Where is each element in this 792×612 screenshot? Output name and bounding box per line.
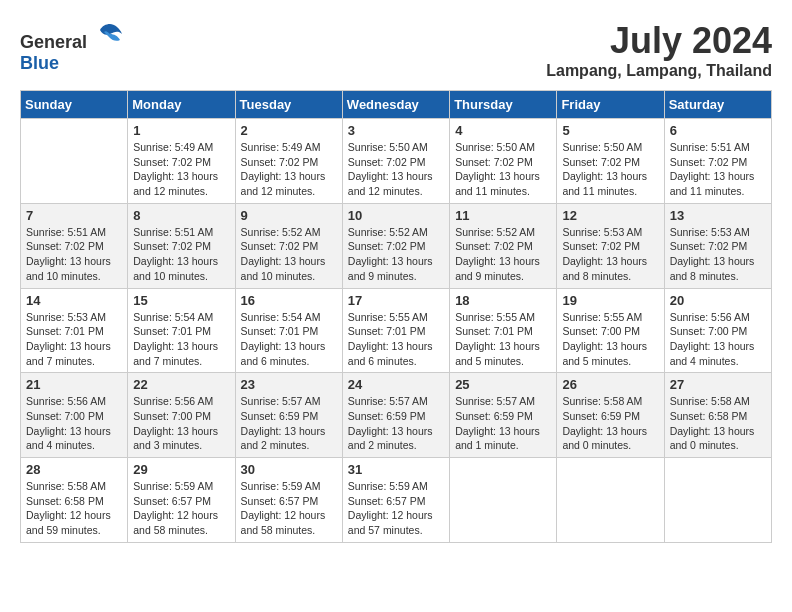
header-monday: Monday (128, 91, 235, 119)
calendar-week-3: 14Sunrise: 5:53 AMSunset: 7:01 PMDayligh… (21, 288, 772, 373)
calendar-week-2: 7Sunrise: 5:51 AMSunset: 7:02 PMDaylight… (21, 203, 772, 288)
table-row: 20Sunrise: 5:56 AMSunset: 7:00 PMDayligh… (664, 288, 771, 373)
table-row: 16Sunrise: 5:54 AMSunset: 7:01 PMDayligh… (235, 288, 342, 373)
day-info: Sunrise: 5:57 AMSunset: 6:59 PMDaylight:… (348, 394, 444, 453)
day-info: Sunrise: 5:59 AMSunset: 6:57 PMDaylight:… (133, 479, 229, 538)
day-info: Sunrise: 5:50 AMSunset: 7:02 PMDaylight:… (348, 140, 444, 199)
table-row: 23Sunrise: 5:57 AMSunset: 6:59 PMDayligh… (235, 373, 342, 458)
table-row: 10Sunrise: 5:52 AMSunset: 7:02 PMDayligh… (342, 203, 449, 288)
day-info: Sunrise: 5:52 AMSunset: 7:02 PMDaylight:… (241, 225, 337, 284)
day-number: 28 (26, 462, 122, 477)
table-row: 11Sunrise: 5:52 AMSunset: 7:02 PMDayligh… (450, 203, 557, 288)
day-info: Sunrise: 5:50 AMSunset: 7:02 PMDaylight:… (562, 140, 658, 199)
day-number: 10 (348, 208, 444, 223)
day-info: Sunrise: 5:57 AMSunset: 6:59 PMDaylight:… (455, 394, 551, 453)
table-row: 6Sunrise: 5:51 AMSunset: 7:02 PMDaylight… (664, 119, 771, 204)
logo: General Blue (20, 20, 124, 74)
day-number: 27 (670, 377, 766, 392)
table-row: 9Sunrise: 5:52 AMSunset: 7:02 PMDaylight… (235, 203, 342, 288)
day-info: Sunrise: 5:53 AMSunset: 7:01 PMDaylight:… (26, 310, 122, 369)
day-number: 4 (455, 123, 551, 138)
table-row: 24Sunrise: 5:57 AMSunset: 6:59 PMDayligh… (342, 373, 449, 458)
day-info: Sunrise: 5:57 AMSunset: 6:59 PMDaylight:… (241, 394, 337, 453)
table-row: 5Sunrise: 5:50 AMSunset: 7:02 PMDaylight… (557, 119, 664, 204)
calendar-week-5: 28Sunrise: 5:58 AMSunset: 6:58 PMDayligh… (21, 458, 772, 543)
day-info: Sunrise: 5:52 AMSunset: 7:02 PMDaylight:… (348, 225, 444, 284)
day-number: 3 (348, 123, 444, 138)
table-row: 1Sunrise: 5:49 AMSunset: 7:02 PMDaylight… (128, 119, 235, 204)
day-info: Sunrise: 5:49 AMSunset: 7:02 PMDaylight:… (241, 140, 337, 199)
day-number: 2 (241, 123, 337, 138)
header-sunday: Sunday (21, 91, 128, 119)
calendar-week-1: 1Sunrise: 5:49 AMSunset: 7:02 PMDaylight… (21, 119, 772, 204)
calendar-week-4: 21Sunrise: 5:56 AMSunset: 7:00 PMDayligh… (21, 373, 772, 458)
table-row: 7Sunrise: 5:51 AMSunset: 7:02 PMDaylight… (21, 203, 128, 288)
table-row (450, 458, 557, 543)
table-row: 8Sunrise: 5:51 AMSunset: 7:02 PMDaylight… (128, 203, 235, 288)
calendar-header-row: Sunday Monday Tuesday Wednesday Thursday… (21, 91, 772, 119)
table-row: 14Sunrise: 5:53 AMSunset: 7:01 PMDayligh… (21, 288, 128, 373)
day-number: 22 (133, 377, 229, 392)
table-row: 13Sunrise: 5:53 AMSunset: 7:02 PMDayligh… (664, 203, 771, 288)
day-number: 26 (562, 377, 658, 392)
logo-bird-icon (96, 20, 124, 48)
table-row: 27Sunrise: 5:58 AMSunset: 6:58 PMDayligh… (664, 373, 771, 458)
day-info: Sunrise: 5:58 AMSunset: 6:59 PMDaylight:… (562, 394, 658, 453)
day-number: 19 (562, 293, 658, 308)
header-friday: Friday (557, 91, 664, 119)
day-number: 24 (348, 377, 444, 392)
table-row (557, 458, 664, 543)
day-number: 1 (133, 123, 229, 138)
table-row: 31Sunrise: 5:59 AMSunset: 6:57 PMDayligh… (342, 458, 449, 543)
day-info: Sunrise: 5:55 AMSunset: 7:01 PMDaylight:… (348, 310, 444, 369)
day-info: Sunrise: 5:56 AMSunset: 7:00 PMDaylight:… (133, 394, 229, 453)
title-area: July 2024 Lampang, Lampang, Thailand (546, 20, 772, 80)
table-row: 25Sunrise: 5:57 AMSunset: 6:59 PMDayligh… (450, 373, 557, 458)
day-info: Sunrise: 5:54 AMSunset: 7:01 PMDaylight:… (133, 310, 229, 369)
day-number: 30 (241, 462, 337, 477)
logo-blue-text: Blue (20, 53, 59, 73)
table-row: 4Sunrise: 5:50 AMSunset: 7:02 PMDaylight… (450, 119, 557, 204)
day-number: 5 (562, 123, 658, 138)
header-saturday: Saturday (664, 91, 771, 119)
table-row (21, 119, 128, 204)
calendar-table: Sunday Monday Tuesday Wednesday Thursday… (20, 90, 772, 543)
table-row: 22Sunrise: 5:56 AMSunset: 7:00 PMDayligh… (128, 373, 235, 458)
day-number: 11 (455, 208, 551, 223)
table-row: 2Sunrise: 5:49 AMSunset: 7:02 PMDaylight… (235, 119, 342, 204)
logo-general-text: General (20, 32, 87, 52)
day-info: Sunrise: 5:59 AMSunset: 6:57 PMDaylight:… (348, 479, 444, 538)
day-number: 23 (241, 377, 337, 392)
header-thursday: Thursday (450, 91, 557, 119)
day-info: Sunrise: 5:52 AMSunset: 7:02 PMDaylight:… (455, 225, 551, 284)
day-info: Sunrise: 5:51 AMSunset: 7:02 PMDaylight:… (133, 225, 229, 284)
day-number: 25 (455, 377, 551, 392)
table-row: 30Sunrise: 5:59 AMSunset: 6:57 PMDayligh… (235, 458, 342, 543)
table-row: 28Sunrise: 5:58 AMSunset: 6:58 PMDayligh… (21, 458, 128, 543)
table-row (664, 458, 771, 543)
day-number: 8 (133, 208, 229, 223)
table-row: 26Sunrise: 5:58 AMSunset: 6:59 PMDayligh… (557, 373, 664, 458)
table-row: 17Sunrise: 5:55 AMSunset: 7:01 PMDayligh… (342, 288, 449, 373)
day-info: Sunrise: 5:49 AMSunset: 7:02 PMDaylight:… (133, 140, 229, 199)
day-info: Sunrise: 5:51 AMSunset: 7:02 PMDaylight:… (670, 140, 766, 199)
day-number: 7 (26, 208, 122, 223)
month-title: July 2024 (546, 20, 772, 62)
day-info: Sunrise: 5:59 AMSunset: 6:57 PMDaylight:… (241, 479, 337, 538)
header-wednesday: Wednesday (342, 91, 449, 119)
day-info: Sunrise: 5:58 AMSunset: 6:58 PMDaylight:… (26, 479, 122, 538)
day-info: Sunrise: 5:53 AMSunset: 7:02 PMDaylight:… (670, 225, 766, 284)
table-row: 15Sunrise: 5:54 AMSunset: 7:01 PMDayligh… (128, 288, 235, 373)
day-number: 31 (348, 462, 444, 477)
day-info: Sunrise: 5:51 AMSunset: 7:02 PMDaylight:… (26, 225, 122, 284)
day-number: 9 (241, 208, 337, 223)
day-number: 12 (562, 208, 658, 223)
day-number: 21 (26, 377, 122, 392)
table-row: 3Sunrise: 5:50 AMSunset: 7:02 PMDaylight… (342, 119, 449, 204)
day-info: Sunrise: 5:58 AMSunset: 6:58 PMDaylight:… (670, 394, 766, 453)
table-row: 18Sunrise: 5:55 AMSunset: 7:01 PMDayligh… (450, 288, 557, 373)
day-number: 13 (670, 208, 766, 223)
day-info: Sunrise: 5:54 AMSunset: 7:01 PMDaylight:… (241, 310, 337, 369)
day-number: 29 (133, 462, 229, 477)
location-title: Lampang, Lampang, Thailand (546, 62, 772, 80)
